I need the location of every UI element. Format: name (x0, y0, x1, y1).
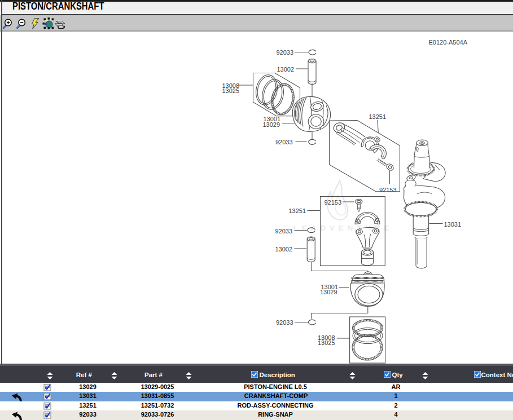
svg-text:13002: 13002 (277, 66, 295, 73)
svg-text:92033: 92033 (276, 319, 293, 326)
svg-text:92033: 92033 (277, 49, 294, 56)
svg-text:92033: 92033 (275, 139, 293, 145)
svg-text:13002: 13002 (275, 246, 293, 253)
svg-text:13025: 13025 (318, 339, 335, 346)
svg-text:92033: 92033 (275, 228, 293, 235)
svg-text:E0120-A504A: E0120-A504A (429, 39, 468, 46)
svg-text:13025: 13025 (222, 87, 240, 94)
svg-text:13029: 13029 (320, 289, 337, 295)
svg-text:92153: 92153 (325, 199, 342, 206)
svg-text:13029: 13029 (263, 121, 280, 128)
svg-text:13031: 13031 (444, 221, 462, 228)
svg-text:13251: 13251 (369, 113, 387, 120)
svg-text:92153: 92153 (379, 187, 397, 193)
svg-text:13251: 13251 (289, 207, 306, 214)
